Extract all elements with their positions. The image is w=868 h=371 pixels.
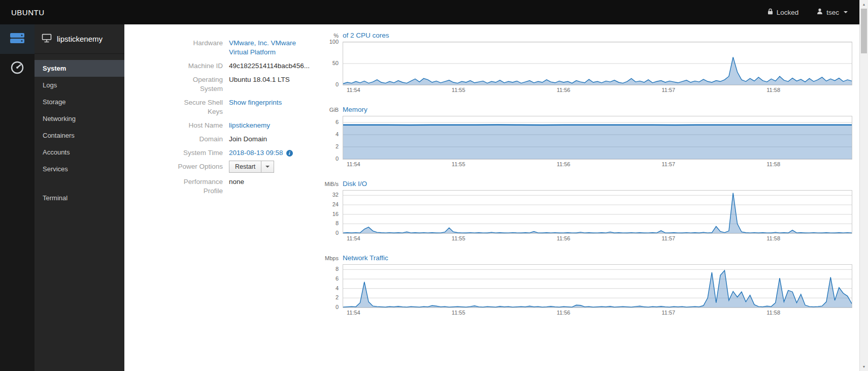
field-label: Power Options bbox=[169, 162, 229, 173]
sidebar-item-containers[interactable]: Containers bbox=[35, 127, 124, 144]
user-menu[interactable]: tsec bbox=[817, 8, 848, 16]
network-traffic-chart: Mbps Network Traffic 02468 11:5411:5511:… bbox=[322, 254, 852, 318]
hardware-link[interactable]: VMware, Inc. VMware Virtual Platform bbox=[229, 39, 296, 56]
disk-io-chart-title-link[interactable]: Disk I/O bbox=[343, 180, 367, 188]
field-label: Secure Shell Keys bbox=[169, 98, 229, 116]
cpu-x-axis: 11:5411:5511:5611:5711:58 bbox=[343, 87, 852, 95]
disk-io-y-axis: 08162432 bbox=[322, 190, 343, 243]
field-label: System Time bbox=[169, 148, 229, 158]
app-icon-strip bbox=[0, 24, 35, 371]
cpu-plot-area bbox=[343, 42, 852, 85]
chevron-down-icon bbox=[844, 11, 848, 13]
scroll-up-arrow[interactable]: ▲ bbox=[860, 0, 868, 9]
user-icon bbox=[817, 8, 823, 16]
host-name-link[interactable]: lipstickenemy bbox=[229, 121, 270, 129]
sidebar-item-services[interactable]: Services bbox=[35, 161, 124, 177]
lock-icon bbox=[767, 8, 773, 16]
network-chart-title-link[interactable]: Network Traffic bbox=[343, 254, 388, 262]
field-host-name: Host Name lipstickenemy bbox=[169, 121, 322, 130]
topbar: UBUNTU Locked tsec bbox=[0, 0, 868, 24]
cpu-y-axis: 050100 bbox=[322, 42, 343, 95]
locked-label: Locked bbox=[777, 9, 799, 16]
field-machine-id: Machine ID 49c1822514114bacb456... bbox=[169, 61, 322, 71]
field-label: Host Name bbox=[169, 121, 229, 130]
server-tab[interactable] bbox=[0, 24, 35, 54]
os-value: Ubuntu 18.04.1 LTS bbox=[229, 75, 314, 94]
field-hardware: Hardware VMware, Inc. VMware Virtual Pla… bbox=[169, 39, 322, 57]
host-name: lipstickenemy bbox=[57, 35, 103, 43]
field-label: Performance Profile bbox=[169, 177, 229, 196]
gauge-icon bbox=[10, 60, 24, 77]
disk-io-x-axis: 11:5411:5511:5611:5711:58 bbox=[343, 235, 852, 243]
user-name: tsec bbox=[826, 9, 839, 16]
dashboard-tab[interactable] bbox=[0, 54, 35, 83]
network-unit-label: Mbps bbox=[322, 255, 343, 261]
sidebar-item-storage[interactable]: Storage bbox=[35, 94, 124, 110]
memory-unit-label: GiB bbox=[322, 107, 343, 113]
field-domain: Domain Join Domain bbox=[169, 135, 322, 144]
sidebar-item-terminal[interactable]: Terminal bbox=[35, 190, 124, 206]
machine-id-value: 49c1822514114bacb456... bbox=[229, 61, 314, 71]
disk-io-unit-label: MiB/s bbox=[322, 181, 343, 187]
brand-logo: UBUNTU bbox=[11, 8, 45, 17]
restart-button[interactable]: Restart bbox=[229, 161, 261, 173]
vertical-scrollbar[interactable]: ▲ ▼ bbox=[859, 0, 868, 371]
server-icon bbox=[10, 32, 25, 47]
field-performance-profile: Performance Profile none bbox=[169, 177, 322, 196]
sidebar-nav: System Logs Storage Networking Container… bbox=[35, 54, 124, 206]
network-y-axis: 02468 bbox=[322, 264, 343, 318]
sidebar-item-networking[interactable]: Networking bbox=[35, 110, 124, 127]
show-fingerprints-link[interactable]: Show fingerprints bbox=[229, 99, 282, 106]
memory-x-axis: 11:5411:5511:5611:5711:58 bbox=[343, 161, 852, 169]
host-icon bbox=[42, 34, 52, 44]
sidebar-divider bbox=[35, 177, 124, 190]
field-label: Machine ID bbox=[169, 61, 229, 71]
charts-panel: % of 2 CPU cores 050100 11:5411:5511:561… bbox=[322, 24, 859, 371]
power-options-split-button: Restart bbox=[229, 161, 274, 173]
disk-io-plot-area bbox=[343, 190, 852, 234]
memory-chart: GiB Memory 0246 11:5411:5511:5611:5711:5… bbox=[322, 106, 852, 169]
field-label: Domain bbox=[169, 135, 229, 144]
field-system-time: System Time 2018-08-13 09:58i bbox=[169, 148, 322, 158]
memory-chart-title-link[interactable]: Memory bbox=[343, 106, 368, 113]
host-header[interactable]: lipstickenemy bbox=[35, 24, 124, 54]
system-time-link[interactable]: 2018-08-13 09:58 bbox=[229, 149, 283, 157]
scroll-down-arrow[interactable]: ▼ bbox=[860, 362, 868, 371]
field-ssh-keys: Secure Shell Keys Show fingerprints bbox=[169, 98, 322, 116]
time-info-icon[interactable]: i bbox=[286, 150, 293, 157]
field-label: Hardware bbox=[169, 39, 229, 57]
performance-profile-value: none bbox=[229, 177, 314, 196]
caret-down-icon bbox=[265, 166, 270, 168]
network-plot-area bbox=[343, 264, 852, 308]
cpu-chart-title-link[interactable]: of 2 CPU cores bbox=[343, 32, 389, 39]
main-content: Hardware VMware, Inc. VMware Virtual Pla… bbox=[124, 24, 859, 371]
memory-y-axis: 0246 bbox=[322, 116, 343, 169]
sidebar-item-logs[interactable]: Logs bbox=[35, 77, 124, 94]
join-domain-value[interactable]: Join Domain bbox=[229, 135, 314, 144]
sidebar-item-system[interactable]: System bbox=[35, 60, 124, 77]
scrollbar-thumb[interactable] bbox=[861, 9, 867, 53]
memory-plot-area bbox=[343, 116, 852, 160]
sidebar: lipstickenemy System Logs Storage Networ… bbox=[35, 24, 124, 371]
locked-indicator[interactable]: Locked bbox=[767, 8, 799, 16]
field-power-options: Power Options Restart bbox=[169, 162, 322, 173]
cpu-unit-label: % bbox=[322, 33, 343, 39]
field-operating-system: Operating System Ubuntu 18.04.1 LTS bbox=[169, 75, 322, 94]
network-x-axis: 11:5411:5511:5611:5711:58 bbox=[343, 310, 852, 318]
power-options-caret-button[interactable] bbox=[261, 161, 274, 173]
system-info-panel: Hardware VMware, Inc. VMware Virtual Pla… bbox=[124, 24, 322, 371]
disk-io-chart: MiB/s Disk I/O 08162432 11:5411:5511:561… bbox=[322, 180, 852, 243]
field-label: Operating System bbox=[169, 75, 229, 94]
sidebar-item-accounts[interactable]: Accounts bbox=[35, 144, 124, 161]
cpu-chart: % of 2 CPU cores 050100 11:5411:5511:561… bbox=[322, 32, 852, 95]
